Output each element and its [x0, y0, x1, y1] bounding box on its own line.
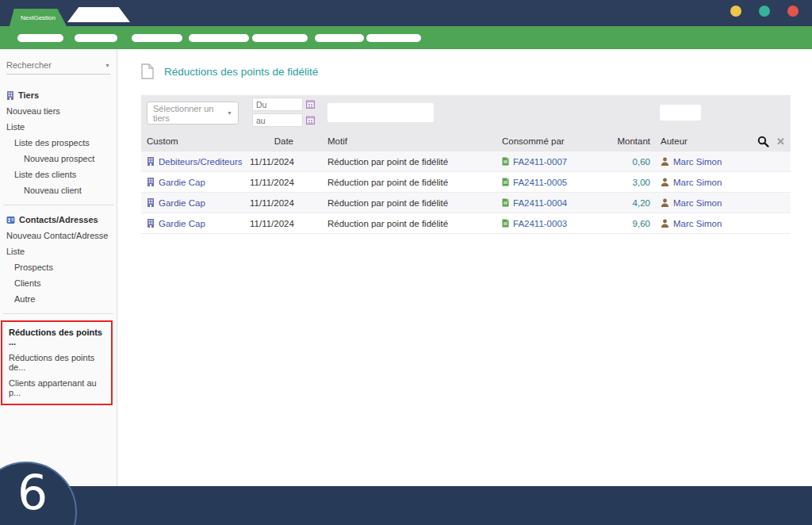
- sidebar-item-nouveau-prospect[interactable]: Nouveau prospect: [0, 151, 117, 167]
- window-dot-red-icon[interactable]: [787, 6, 799, 17]
- header-date[interactable]: Date: [250, 136, 293, 146]
- user-icon: [661, 157, 669, 166]
- app-tab[interactable]: NextGestion: [10, 9, 67, 26]
- author-link[interactable]: Marc Simon: [673, 157, 722, 167]
- table-row: Debiteurs/Crediteurs 11/11/2024 Réductio…: [141, 151, 791, 172]
- footer-bar: [0, 486, 812, 525]
- sidebar-item-liste-contacts[interactable]: Liste: [0, 243, 117, 259]
- sidebar-item-nouveau-client[interactable]: Nouveau client: [0, 182, 117, 198]
- sidebar-item-liste-clients[interactable]: Liste des clients: [0, 167, 117, 182]
- motif-filter-input[interactable]: [327, 103, 434, 122]
- page-header: Réductions des points de fidélité: [141, 63, 812, 79]
- tiers-select-value: Sélectionner un tiers: [153, 104, 227, 123]
- building-icon: [6, 91, 14, 100]
- date-cell: 11/11/2024: [250, 198, 293, 208]
- menu-pill-4[interactable]: [189, 34, 249, 42]
- top-menu-bar: [0, 26, 812, 49]
- invoice-link[interactable]: FA2411-0003: [513, 219, 567, 228]
- amount-cell: 9,60: [611, 219, 650, 228]
- building-icon: [147, 178, 155, 186]
- sidebar-item-autre[interactable]: Autre: [0, 291, 117, 307]
- chevron-down-icon[interactable]: ▼: [105, 63, 110, 68]
- user-icon: [661, 219, 669, 228]
- author-link[interactable]: Marc Simon: [673, 198, 722, 208]
- sidebar-item-nouveau-contact[interactable]: Nouveau Contact/Adresse: [0, 228, 117, 243]
- sidebar-item-clients-appartenant[interactable]: Clients appartenant au p...: [2, 375, 111, 400]
- window-dot-teal-icon[interactable]: [759, 6, 770, 17]
- highlight-box: Réductions des points ... Réductions des…: [1, 320, 113, 405]
- sidebar-item-clients[interactable]: Clients: [0, 275, 117, 291]
- amount-cell: 0,60: [611, 157, 650, 167]
- sidebar-item-nouveau-tiers[interactable]: Nouveau tiers: [0, 103, 117, 119]
- company-link[interactable]: Gardie Cap: [159, 219, 205, 228]
- table-row: Gardie Cap 11/11/2024 Réduction par poin…: [141, 193, 791, 213]
- menu-pill-6[interactable]: [315, 34, 364, 42]
- menu-pill-3[interactable]: [132, 34, 182, 42]
- invoice-icon: [502, 219, 509, 228]
- address-card-icon: [6, 216, 15, 224]
- table-header-row: Custom Date Motif Consommé par Montant A…: [141, 131, 791, 151]
- amount-cell: 3,00: [611, 178, 650, 187]
- sidebar-divider: [3, 313, 113, 314]
- filter-bar: Sélectionner un tiers ▼: [141, 95, 791, 131]
- author-link[interactable]: Marc Simon: [673, 178, 722, 187]
- sidebar-item-reductions-points-de[interactable]: Réductions des points de...: [2, 350, 111, 375]
- step-number: 6: [9, 465, 56, 520]
- header-consomme-par[interactable]: Consommé par: [502, 136, 611, 146]
- motif-cell: Réduction par point de fidélité: [327, 198, 502, 208]
- auteur-filter-input[interactable]: [660, 105, 701, 121]
- date-filter-group: [252, 98, 315, 129]
- menu-pill-7[interactable]: [366, 34, 421, 42]
- invoice-link[interactable]: FA2411-0004: [513, 198, 567, 208]
- menu-pill-5[interactable]: [252, 34, 308, 42]
- menu-pill-1[interactable]: [17, 34, 63, 42]
- sidebar-item-label: Tiers: [18, 90, 39, 100]
- sidebar-item-reductions-points[interactable]: Réductions des points ...: [2, 324, 111, 350]
- building-icon: [147, 157, 155, 166]
- amount-cell: 4,20: [611, 198, 650, 208]
- sidebar-item-tiers[interactable]: Tiers: [0, 87, 117, 103]
- header-auteur[interactable]: Auteur: [661, 136, 749, 146]
- user-icon: [661, 198, 669, 207]
- invoice-icon: [502, 198, 509, 207]
- search-input[interactable]: [6, 60, 86, 70]
- invoice-link[interactable]: FA2411-0007: [513, 157, 567, 167]
- company-link[interactable]: Gardie Cap: [159, 198, 205, 208]
- tiers-select[interactable]: Sélectionner un tiers ▼: [147, 102, 239, 125]
- date-to-input[interactable]: [252, 113, 303, 127]
- date-cell: 11/11/2024: [250, 178, 293, 187]
- window-titlebar: NextGestion: [0, 0, 812, 26]
- sidebar-item-liste-tiers[interactable]: Liste: [0, 119, 117, 135]
- document-icon: [141, 63, 154, 79]
- sidebar-item-prospects[interactable]: Prospects: [0, 259, 117, 275]
- user-icon: [661, 178, 669, 186]
- close-icon[interactable]: ✕: [776, 136, 785, 147]
- calendar-icon[interactable]: [306, 100, 315, 109]
- sidebar-search[interactable]: ▼: [6, 60, 110, 75]
- header-motif[interactable]: Motif: [327, 136, 502, 146]
- app-window: NextGestion ▼ Tiers Nouvea: [0, 0, 812, 525]
- header-montant[interactable]: Montant: [611, 136, 650, 146]
- secondary-tab[interactable]: [67, 7, 130, 22]
- motif-cell: Réduction par point de fidélité: [327, 157, 502, 167]
- main-content: Réductions des points de fidélité Sélect…: [118, 49, 812, 486]
- calendar-icon[interactable]: [306, 116, 315, 125]
- menu-pill-2[interactable]: [75, 34, 117, 42]
- invoice-link[interactable]: FA2411-0005: [513, 178, 567, 187]
- app-name: NextGestion: [21, 14, 56, 21]
- company-link[interactable]: Debiteurs/Crediteurs: [159, 157, 242, 167]
- sidebar-item-contacts-adresses[interactable]: Contacts/Adresses: [0, 212, 117, 228]
- company-link[interactable]: Gardie Cap: [159, 178, 205, 187]
- table-row: Gardie Cap 11/11/2024 Réduction par poin…: [141, 172, 791, 193]
- header-custom[interactable]: Custom: [147, 136, 250, 146]
- window-dot-yellow-icon[interactable]: [730, 6, 741, 17]
- sidebar: ▼ Tiers Nouveau tiers Liste Liste des pr…: [0, 49, 117, 486]
- date-from-input[interactable]: [252, 98, 303, 111]
- author-link[interactable]: Marc Simon: [673, 219, 722, 228]
- invoice-icon: [502, 157, 509, 166]
- page-title: Réductions des points de fidélité: [164, 66, 318, 78]
- motif-cell: Réduction par point de fidélité: [327, 178, 502, 187]
- sidebar-item-liste-prospects[interactable]: Liste des prospects: [0, 135, 117, 151]
- search-icon[interactable]: [757, 136, 769, 148]
- motif-cell: Réduction par point de fidélité: [327, 219, 502, 228]
